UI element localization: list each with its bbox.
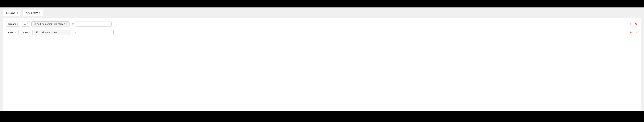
entity-dropdown[interactable]: Any Entity ▾ [23,10,43,16]
days-arrow-icon: ▾ [17,11,18,14]
entity-label: Any Entity [26,11,38,14]
row-actions-2: + × [629,30,638,35]
field-label-1: Stream [8,22,16,25]
field-label-2: Asset [8,31,14,34]
tag-text-1-1: Sales Enablement Collaterals [34,22,66,25]
filter-row-2: Asset ▾ Is Not ▾ Ford Mustang New × or +… [6,30,638,35]
or-input-2[interactable] [78,30,114,35]
entity-arrow-icon: ▾ [39,11,40,14]
condition-label-1: Is [24,22,26,25]
row-actions-1: + × [629,22,638,26]
add-button-2[interactable]: + [629,30,632,35]
field-dropdown-2[interactable]: Asset ▾ [6,30,18,35]
condition-dropdown-2[interactable]: Is Not ▾ [20,30,33,35]
days-label: 14 Days [6,11,15,14]
tag-2-1: Ford Mustang New × [36,31,59,34]
filter-row-1: Stream ▾ Is ▾ Sales Enablement Collatera… [6,21,638,27]
tag-remove-1-1[interactable]: × [66,23,68,25]
condition-arrow-icon-2: ▾ [29,31,30,34]
main-container: 14 Days ▾ Any Entity ▾ Stream ▾ Is ▾ Sal… [0,7,644,111]
condition-label-2: Is Not [22,31,28,34]
remove-button-2[interactable]: × [634,30,638,35]
top-black-bar [0,0,644,7]
condition-dropdown-1[interactable]: Is ▾ [22,21,30,27]
filter-rows-container: Stream ▾ Is ▾ Sales Enablement Collatera… [3,18,641,111]
condition-arrow-icon-1: ▾ [27,23,28,25]
tag-remove-2-1[interactable]: × [57,31,59,34]
or-label-2: or [74,31,76,34]
or-input-1[interactable] [76,21,112,27]
add-button-1[interactable]: + [629,22,632,26]
field-arrow-icon-2: ▾ [15,31,16,34]
field-dropdown-1[interactable]: Stream ▾ [6,21,20,27]
field-arrow-icon-1: ▾ [17,23,18,25]
or-label-1: or [72,22,74,25]
tags-container-2: Ford Mustang New × [34,30,71,35]
filter-header: 14 Days ▾ Any Entity ▾ [3,10,641,18]
tag-text-2-1: Ford Mustang New [36,31,56,34]
tags-container-1: Sales Enablement Collaterals × [32,21,70,26]
remove-button-1[interactable]: × [634,22,638,26]
tag-1-1: Sales Enablement Collaterals × [34,22,68,25]
bottom-black-bar [0,111,644,122]
days-dropdown[interactable]: 14 Days ▾ [3,10,21,16]
